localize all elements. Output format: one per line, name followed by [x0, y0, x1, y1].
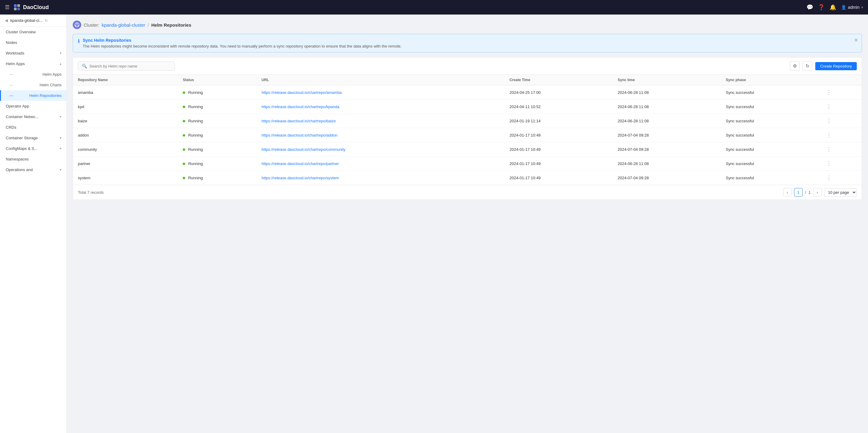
toolbar-right: ⚙ ↻ Create Repository: [790, 61, 857, 71]
cell-repo-name: baize: [73, 114, 178, 128]
sidebar-label-crds: CRDs: [6, 125, 17, 130]
sidebar-label-nodes: Nodes: [6, 40, 17, 45]
notification-icon[interactable]: 🔔: [830, 4, 836, 10]
refresh-button[interactable]: ↻: [803, 61, 812, 71]
breadcrumb-cluster-name[interactable]: kpanda-global-cluster: [102, 23, 145, 28]
table-footer: Total 7 records ‹ 1 / 1 › 10 per page 20…: [73, 185, 862, 200]
col-status: Status: [178, 75, 257, 86]
table-row: baize Running https://release.daocloud.i…: [73, 114, 862, 128]
col-create-time: Create Time: [505, 75, 613, 86]
cell-sync-time: 2024-07-04 09:28: [613, 171, 721, 185]
sidebar-item-configmaps[interactable]: ConfigMaps & S... ▾: [0, 143, 66, 154]
cell-sync-time: 2024-06-28 11:08: [613, 114, 721, 128]
sidebar-item-container-storage[interactable]: Container Storage ▾: [0, 133, 66, 143]
configmaps-chevron-icon: ▾: [60, 146, 62, 151]
sidebar-item-operations[interactable]: Operations and ▾: [0, 164, 66, 175]
helm-apps-chevron-icon: ▴: [60, 62, 62, 66]
cell-sync-time: 2024-06-28 11:08: [613, 100, 721, 114]
sidebar-item-nodes[interactable]: Nodes: [0, 37, 66, 48]
sidebar-item-helm-apps-sub[interactable]: — Helm Apps: [0, 69, 66, 80]
cell-url: https://release.daocloud.io/chartrepo/kp…: [257, 100, 505, 114]
breadcrumb-current: Helm Repositories: [151, 23, 191, 28]
operations-chevron-icon: ▾: [60, 168, 62, 172]
row-more-button[interactable]: ⋮: [826, 118, 832, 124]
cell-url: https://release.daocloud.io/chartrepo/am…: [257, 86, 505, 100]
back-icon[interactable]: ◀: [5, 18, 8, 23]
cell-status: Running: [178, 128, 257, 142]
sidebar-item-workloads[interactable]: Workloads ▾: [0, 48, 66, 59]
sidebar-label-helm-charts: Helm Charts: [40, 83, 62, 87]
user-chevron-icon: ▾: [861, 5, 863, 9]
alert-banner: ℹ Sync Helm Repositories The Helm reposi…: [73, 34, 862, 53]
cell-sync-phase: Sync successful: [721, 128, 822, 142]
status-label: Running: [188, 90, 203, 95]
svg-rect-2: [14, 7, 17, 10]
col-repo-name: Repository Name: [73, 75, 178, 86]
table-header-row: Repository Name Status URL Create Time S…: [73, 75, 862, 86]
status-label: Running: [188, 147, 203, 152]
logo-text: DaoCloud: [23, 4, 49, 10]
sidebar-item-helm-charts[interactable]: — Helm Charts: [0, 80, 66, 90]
next-page-button[interactable]: ›: [813, 188, 822, 197]
table-row: kpd Running https://release.daocloud.io/…: [73, 100, 862, 114]
logo: DaoCloud: [13, 4, 49, 11]
cell-sync-phase: Sync successful: [721, 114, 822, 128]
breadcrumb-separator: /: [148, 23, 149, 28]
row-more-button[interactable]: ⋮: [826, 175, 832, 181]
page-1-button[interactable]: 1: [794, 188, 803, 197]
sidebar-item-helm-apps[interactable]: Helm Apps ▴: [0, 59, 66, 69]
sidebar-label-workloads: Workloads: [6, 51, 24, 56]
sidebar-item-namespaces[interactable]: Namespaces: [0, 154, 66, 164]
total-records: Total 7 records: [78, 190, 104, 195]
sidebar-label-helm-repositories: Helm Repositories: [29, 93, 62, 98]
sidebar-item-container-network[interactable]: Container Netwo... ▾: [0, 111, 66, 122]
sidebar-item-cluster-overview[interactable]: Cluster Overview: [0, 27, 66, 37]
settings-button[interactable]: ⚙: [790, 61, 800, 71]
status-label: Running: [188, 176, 203, 180]
sidebar-item-crds[interactable]: CRDs: [0, 122, 66, 133]
create-repository-button[interactable]: Create Repository: [815, 62, 857, 70]
status-label: Running: [188, 161, 203, 166]
sidebar-label-operator-app: Operator App: [6, 104, 29, 108]
alert-info-icon: ℹ: [78, 38, 80, 44]
search-box[interactable]: 🔍: [78, 62, 175, 71]
workloads-chevron-icon: ▾: [60, 51, 62, 55]
per-page-select[interactable]: 10 per page 20 per page 50 per page: [824, 188, 857, 197]
topnav: ☰ DaoCloud 💬 ❓ 🔔 👤 admin ▾: [0, 0, 868, 14]
row-more-button[interactable]: ⋮: [826, 161, 832, 167]
row-more-button[interactable]: ⋮: [826, 89, 832, 95]
status-dot: [183, 177, 185, 179]
row-more-button[interactable]: ⋮: [826, 104, 832, 110]
cell-actions: ⋮: [821, 142, 862, 157]
cell-status: Running: [178, 157, 257, 171]
prev-page-button[interactable]: ‹: [783, 188, 792, 197]
cell-create-time: 2024-01-17 10:49: [505, 171, 613, 185]
status-dot: [183, 120, 185, 122]
sidebar-item-operator-app[interactable]: Operator App: [0, 101, 66, 111]
user-menu[interactable]: 👤 admin ▾: [841, 5, 863, 10]
cluster-selector[interactable]: ◀ kpanda-global-cl... ↻: [0, 14, 66, 27]
chat-icon[interactable]: 💬: [806, 4, 813, 10]
search-input[interactable]: [89, 64, 171, 68]
table-row: community Running https://release.daoclo…: [73, 142, 862, 157]
col-actions: [821, 75, 862, 86]
cell-actions: ⋮: [821, 86, 862, 100]
col-sync-phase: Sync phase: [721, 75, 822, 86]
cell-repo-name: partner: [73, 157, 178, 171]
row-more-button[interactable]: ⋮: [826, 132, 832, 138]
sidebar-label-cluster-overview: Cluster Overview: [6, 30, 36, 34]
alert-close-button[interactable]: ✕: [854, 37, 858, 43]
alert-title: Sync Helm Repositories: [83, 38, 857, 43]
cell-repo-name: addon: [73, 128, 178, 142]
hamburger-icon[interactable]: ☰: [5, 4, 10, 10]
breadcrumb: Cluster: kpanda-global-cluster / Helm Re…: [73, 21, 862, 29]
svg-rect-1: [17, 4, 20, 7]
help-icon[interactable]: ❓: [818, 4, 825, 10]
sidebar-label-configmaps: ConfigMaps & S...: [6, 146, 38, 151]
cell-status: Running: [178, 114, 257, 128]
refresh-icon[interactable]: ↻: [45, 19, 48, 23]
row-more-button[interactable]: ⋮: [826, 146, 832, 152]
sidebar-item-helm-repositories[interactable]: — Helm Repositories: [0, 90, 66, 101]
cell-sync-time: 2024-06-28 11:08: [613, 157, 721, 171]
status-dot: [183, 163, 185, 165]
